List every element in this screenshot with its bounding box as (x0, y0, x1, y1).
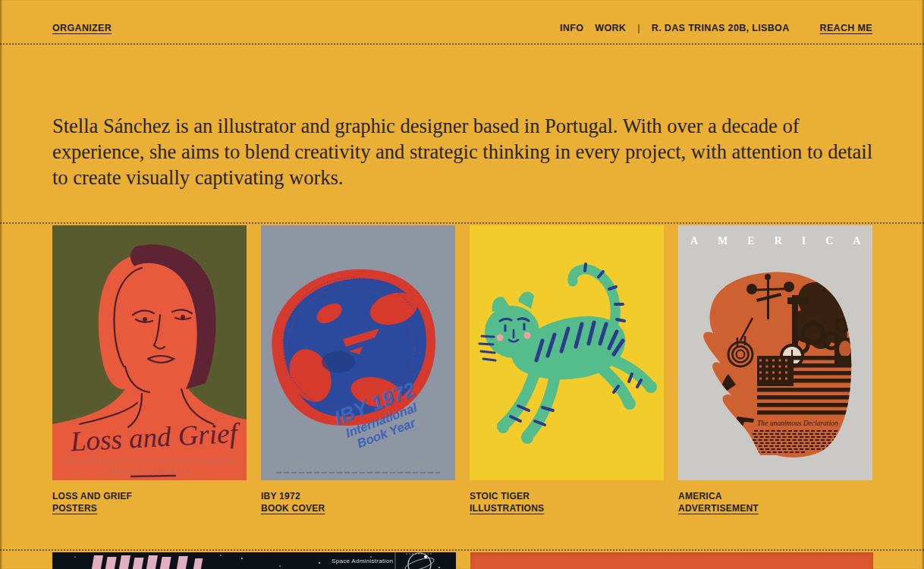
projects-row-1: Loss and Grief conducted by CMS chief me… (0, 222, 924, 549)
nav-item-work[interactable]: WORK (595, 23, 626, 33)
project-title: LOSS AND GRIEF (52, 490, 247, 502)
top-navigation-bar: ORGANIZER INFO WORK | R. DAS TRINAS 20B,… (0, 0, 924, 45)
poster-stoic-tiger[interactable] (470, 225, 664, 480)
space-poster-illustration: Space Administration (52, 552, 456, 569)
poster-iby-1972[interactable]: IBY 1972 International Book Year (261, 225, 455, 480)
projects-row-2: Space Administration (0, 549, 924, 569)
loss-and-grief-illustration: Loss and Grief conducted by CMS chief me… (52, 225, 247, 480)
intro-section: Stella Sánchez is an illustrator and gra… (0, 45, 924, 222)
project-category-link[interactable]: ILLUSTRATIONS (470, 502, 544, 514)
tiger-illustration (470, 225, 664, 480)
nav-item-info[interactable]: INFO (560, 23, 583, 33)
portfolio-page: { "page": { "background": "#EAAF35", "te… (0, 0, 924, 569)
poster-america[interactable]: AMERICA (678, 225, 872, 480)
space-administration-text: Space Administration (332, 558, 393, 564)
project-category-link[interactable]: POSTERS (52, 502, 97, 514)
address-text: R. DAS TRINAS 20B, LISBOA (652, 23, 790, 33)
project-title: AMERICA (678, 490, 872, 502)
brand-link-organizer[interactable]: ORGANIZER (52, 23, 112, 33)
poster-space-partial[interactable]: Space Administration (52, 552, 456, 569)
project-card-iby-1972: IBY 1972 International Book Year IBY 197… (261, 225, 455, 514)
nav-right: INFO WORK | R. DAS TRINAS 20B, LISBOA RE… (560, 23, 872, 33)
nav-divider: | (637, 23, 640, 33)
card-meta: AMERICA ADVERTISEMENT (678, 490, 872, 514)
project-card-stoic-tiger: STOIC TIGER ILLUSTRATIONS (470, 225, 664, 514)
project-title: STOIC TIGER (470, 490, 664, 502)
america-collage-illustration: AMERICA (678, 225, 872, 480)
iby-1972-illustration: IBY 1972 International Book Year (261, 225, 455, 480)
poster-headline: AMERICA (690, 235, 872, 247)
project-category-link[interactable]: ADVERTISEMENT (678, 502, 759, 514)
project-category-link[interactable]: BOOK COVER (261, 502, 325, 514)
card-meta: LOSS AND GRIEF POSTERS (52, 490, 247, 514)
project-card-america: AMERICA (678, 225, 872, 514)
poster-caption-2: Rachelle Mandelbaum (108, 467, 190, 475)
declaration-heading: The unanimous Declaration (757, 420, 838, 427)
poster-loss-and-grief[interactable]: Loss and Grief conducted by CMS chief me… (52, 225, 247, 480)
reach-me-link[interactable]: REACH ME (820, 23, 872, 33)
card-meta: IBY 1972 BOOK COVER (261, 490, 455, 514)
intro-paragraph: Stella Sánchez is an illustrator and gra… (52, 113, 878, 190)
project-card-loss-and-grief: Loss and Grief conducted by CMS chief me… (52, 225, 247, 514)
poster-caption-1: conducted by CMS chief mental health cou… (60, 457, 239, 465)
poster-orange-partial[interactable] (470, 552, 873, 569)
card-meta: STOIC TIGER ILLUSTRATIONS (470, 490, 664, 514)
project-title: IBY 1972 (261, 490, 455, 502)
